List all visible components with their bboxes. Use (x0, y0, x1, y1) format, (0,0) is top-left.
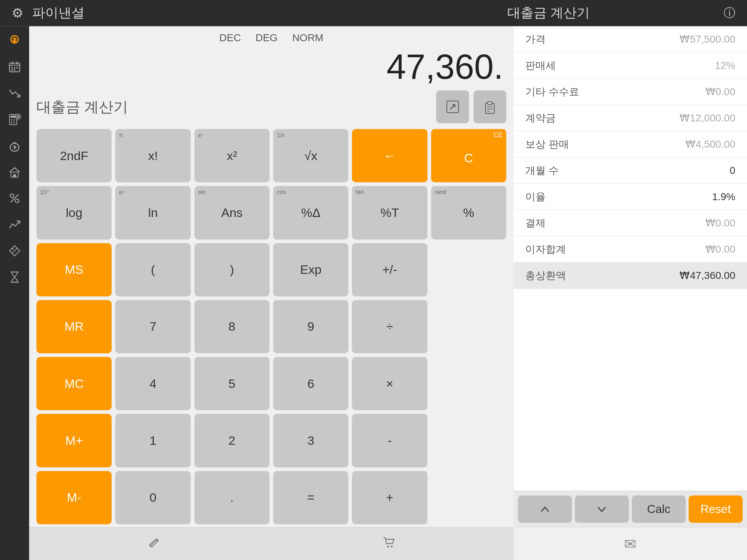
page-title: 대출금 계산기 (376, 4, 721, 22)
btn-5[interactable]: 5 (194, 357, 270, 410)
loan-row-total: 총상환액 ₩47,360.00 (514, 262, 747, 289)
btn-1[interactable]: 1 (115, 414, 190, 467)
btn-lparen[interactable]: ( (115, 243, 190, 296)
calc-bottom-nav (29, 527, 514, 560)
mail-icon[interactable]: ✉ (624, 536, 636, 552)
loan-table: 가격 ₩57,500.00 판매세 12% 기타 수수료 ₩0.00 계약금 ₩… (514, 26, 747, 491)
gear-icon[interactable]: ⚙ (12, 5, 23, 21)
svg-point-11 (11, 122, 12, 123)
loan-row-total-interest: 이자합계 ₩0.00 (514, 236, 747, 262)
sidebar-item-calendar[interactable] (3, 55, 26, 79)
btn-scroll-up[interactable] (518, 495, 572, 523)
loan-row-price: 가격 ₩57,500.00 (514, 26, 747, 52)
export-button[interactable] (436, 90, 469, 123)
svg-point-18 (10, 194, 14, 198)
loan-row-payment: 결제 ₩0.00 (514, 210, 747, 236)
svg-rect-2 (11, 67, 13, 69)
sidebar-item-trend[interactable] (3, 82, 26, 105)
btn-scroll-down[interactable] (575, 495, 629, 523)
loan-row-months: 개월 수 0 (514, 158, 747, 184)
svg-rect-5 (11, 69, 13, 71)
btn-ln[interactable]: eˣ ln (115, 186, 190, 239)
btn-minus[interactable]: - (352, 414, 427, 467)
btn-multiply[interactable]: × (352, 357, 427, 410)
btn-mc[interactable]: MC (36, 357, 112, 410)
btn-plus-minus[interactable]: +/- (352, 243, 427, 296)
mode-dec[interactable]: DEC (219, 32, 241, 44)
btn-power[interactable]: xʸ x² (194, 129, 270, 182)
value-trade: ₩4,500.00 (685, 138, 735, 150)
svg-point-14 (17, 116, 19, 118)
btn-6[interactable]: 6 (273, 357, 348, 410)
value-fee: ₩0.00 (705, 86, 736, 98)
btn-log[interactable]: 10ˣ log (36, 186, 112, 239)
value-payment: ₩0.00 (705, 217, 736, 229)
btn-dot[interactable]: . (194, 471, 270, 524)
btn-rparen[interactable]: ) (194, 243, 270, 296)
btn-rand-pct[interactable]: rand % (431, 186, 506, 239)
loan-row-tax: 판매세 12% (514, 52, 747, 79)
label-total: 총상환액 (525, 269, 566, 283)
top-bar: ⚙ 파이낸셜 대출금 계산기 ⓘ (0, 0, 747, 26)
btn-plus[interactable]: + (352, 471, 427, 524)
value-rate: 1.9% (712, 191, 735, 203)
btn-ce-c[interactable]: CE C (431, 129, 506, 182)
btn-4[interactable]: 4 (115, 357, 190, 410)
info-icon[interactable]: ⓘ (721, 5, 735, 21)
mode-deg[interactable]: DEG (255, 32, 278, 44)
mode-norm[interactable]: NORM (292, 32, 324, 44)
sidebar-item-trend-up[interactable] (3, 213, 26, 236)
btn-calc[interactable]: Calc (632, 495, 686, 523)
btn-mminus[interactable]: M- (36, 471, 112, 524)
cart-icon[interactable] (382, 535, 396, 553)
btn-exp[interactable]: Exp (273, 243, 348, 296)
sidebar-item-percent[interactable] (3, 187, 26, 210)
label-payment: 결제 (525, 216, 546, 230)
svg-point-10 (13, 119, 15, 121)
label-price: 가격 (525, 32, 546, 46)
btn-sqrt[interactable]: 1/x √x (273, 129, 348, 182)
value-months: 0 (729, 165, 735, 176)
btn-equals[interactable]: = (273, 471, 348, 524)
btn-reset[interactable]: Reset (689, 495, 743, 523)
label-fee: 기타 수수료 (525, 85, 579, 99)
svg-line-20 (11, 194, 19, 202)
svg-rect-25 (488, 102, 492, 105)
btn-2[interactable]: 2 (194, 414, 270, 467)
sidebar-item-house[interactable] (3, 160, 26, 184)
btn-0[interactable]: 0 (115, 471, 190, 524)
btn-9[interactable]: 9 (273, 300, 348, 353)
sidebar-item-dollar[interactable] (3, 29, 26, 52)
clipboard-button[interactable] (473, 90, 506, 123)
sidebar-item-money[interactable] (3, 134, 26, 158)
sidebar-item-hourglass[interactable] (3, 265, 26, 289)
label-rate: 이율 (525, 190, 546, 204)
svg-rect-6 (14, 69, 15, 71)
label-tax: 판매세 (525, 59, 556, 73)
loan-row-deposit: 계약금 ₩12,000.00 (514, 105, 747, 131)
btn-ans[interactable]: sin Ans (194, 186, 270, 239)
btn-7[interactable]: 7 (115, 300, 190, 353)
svg-point-21 (12, 248, 13, 250)
sidebar-item-calc[interactable] (3, 108, 26, 131)
loan-row-trade: 보상 판매 ₩4,500.00 (514, 131, 747, 158)
btn-factorial[interactable]: π x! (115, 129, 190, 182)
calc-action-buttons (436, 90, 506, 123)
btn-2ndf[interactable]: 2ndF (36, 129, 112, 182)
btn-mr[interactable]: MR (36, 300, 112, 353)
label-deposit: 계약금 (525, 111, 556, 125)
calc-display: 47,360. (36, 47, 506, 90)
btn-3[interactable]: 3 (273, 414, 348, 467)
btn-divide[interactable]: ÷ (352, 300, 427, 353)
sidebar-item-tag[interactable] (3, 239, 26, 262)
btn-mplus[interactable]: M+ (36, 414, 112, 467)
btn-pct-t[interactable]: tan %T (352, 186, 427, 239)
btn-ms[interactable]: MS (36, 243, 112, 296)
svg-rect-3 (14, 67, 15, 69)
svg-point-19 (15, 199, 19, 203)
btn-8[interactable]: 8 (194, 300, 270, 353)
btn-backspace[interactable]: ← (352, 129, 427, 182)
panel-bottom-buttons: Calc Reset (514, 491, 747, 527)
pen-icon[interactable] (147, 535, 161, 553)
btn-pct-delta[interactable]: cos %Δ (273, 186, 348, 239)
